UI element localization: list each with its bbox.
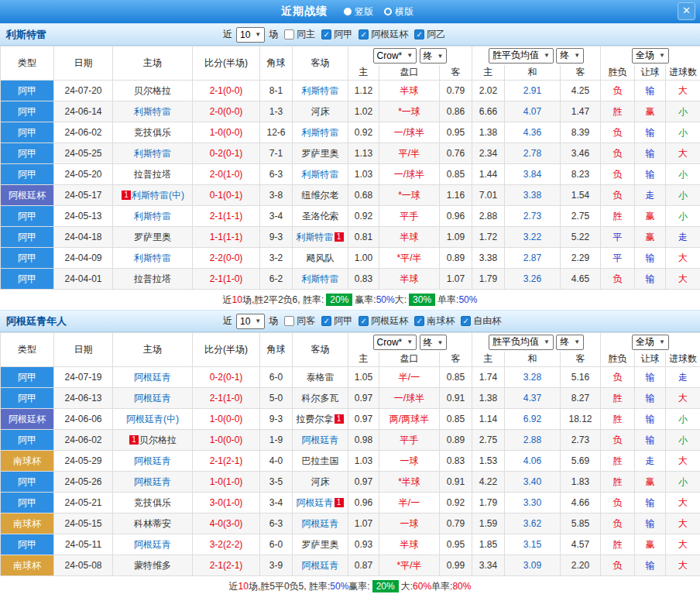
team-link[interactable]: 巴拉圭国: [302, 455, 339, 466]
score-cell[interactable]: 0-2(0-1): [193, 367, 260, 388]
result-cell: 胜: [601, 206, 635, 227]
summary-segment: 单率:: [431, 580, 452, 593]
team-link[interactable]: 圣洛伦索: [302, 211, 339, 222]
score-cell[interactable]: 1-0(0-0): [193, 122, 260, 143]
orientation-horizontal-radio[interactable]: 横版: [384, 5, 413, 19]
score-cell[interactable]: 2-1(2-1): [193, 555, 260, 576]
odds-company-select[interactable]: Crow*▼: [373, 335, 417, 350]
avg-type-select[interactable]: 胜平负均值▼: [489, 48, 554, 64]
odds-stage-select[interactable]: 终▼: [420, 48, 448, 64]
score-cell[interactable]: 1-0(0-0): [193, 430, 260, 451]
filter-checkbox-2[interactable]: ✓阿根廷杯: [359, 28, 408, 41]
team-link[interactable]: 阿根廷青(中): [126, 414, 179, 424]
filter-checkbox-4[interactable]: ✓自由杯: [461, 314, 501, 328]
team-link[interactable]: 阿根廷青: [134, 372, 171, 383]
corners-cell: 3-4: [260, 493, 293, 513]
odds-stage-select[interactable]: 终▼: [420, 335, 448, 350]
home-team-cell: 利斯特雷: [113, 101, 193, 122]
team-link[interactable]: 阿根廷青: [134, 455, 171, 466]
filter-checkbox-0[interactable]: 同主: [284, 28, 315, 41]
score-cell[interactable]: 2-1(1-0): [193, 269, 260, 290]
score-cell[interactable]: 3-0(1-0): [193, 493, 260, 513]
scope-select[interactable]: 全场▼: [632, 335, 669, 350]
score-cell[interactable]: 1-1(1-1): [193, 227, 260, 248]
score-cell[interactable]: 2-0(1-0): [193, 164, 260, 185]
filter-checkbox-1[interactable]: ✓阿甲: [321, 28, 352, 41]
team-link[interactable]: 阿根廷青: [302, 434, 339, 445]
team-link[interactable]: 拉普拉塔: [134, 273, 171, 284]
team-link[interactable]: 利斯特雷: [134, 106, 171, 117]
orientation-vertical-radio[interactable]: 竖版: [344, 5, 373, 19]
team-link[interactable]: 纽维尔老: [302, 190, 339, 201]
team-link[interactable]: 阿根廷青: [302, 560, 339, 571]
score-cell[interactable]: 4-0(3-0): [193, 513, 260, 534]
avg-stage-select[interactable]: 终▼: [556, 48, 584, 64]
result-cell: 平: [601, 248, 635, 269]
score-cell[interactable]: 2-2(0-0): [193, 248, 260, 269]
filter-checkbox-0[interactable]: 同客: [284, 314, 315, 328]
team-link[interactable]: 飓风队: [307, 252, 335, 263]
recent-count-select[interactable]: 10▼: [236, 314, 265, 329]
scope-select[interactable]: 全场▼: [632, 48, 669, 64]
team-link[interactable]: 罗萨里奥: [134, 232, 171, 242]
handicap-cell: 一球: [379, 451, 440, 472]
team-link[interactable]: 河床: [311, 106, 330, 117]
team-link[interactable]: 贝尔格拉: [134, 85, 171, 96]
team-link[interactable]: 贝尔格拉: [139, 434, 177, 445]
filter-checkbox-2[interactable]: ✓阿根廷杯: [359, 314, 408, 328]
team-link[interactable]: 竞技俱乐: [134, 127, 171, 138]
team-link[interactable]: 泰格雷: [307, 372, 335, 383]
team-link[interactable]: 阿根廷青: [302, 518, 339, 529]
close-button[interactable]: ✕: [678, 2, 695, 20]
team-link[interactable]: 利斯特雷: [134, 148, 171, 159]
score-cell[interactable]: 1-0(1-0): [193, 472, 260, 493]
score-cell[interactable]: 1-0(0-0): [193, 409, 260, 430]
filter-checkbox-3[interactable]: ✓南球杯: [414, 314, 455, 328]
team-link[interactable]: 河床: [311, 476, 330, 487]
team-link[interactable]: 利斯特雷: [297, 232, 334, 242]
team-link[interactable]: 罗萨里奥: [302, 539, 339, 550]
team-link[interactable]: 利斯特雷: [302, 273, 339, 284]
team-link[interactable]: 利斯特雷: [134, 211, 171, 222]
team-link[interactable]: 利斯特雷(中): [132, 190, 184, 201]
team-link[interactable]: 利斯特雷: [302, 169, 339, 180]
team-link[interactable]: 阿根廷青: [134, 393, 171, 404]
team-link[interactable]: 利斯特雷: [302, 85, 339, 96]
away-team-cell: 利斯特雷: [293, 122, 348, 143]
filter-bar: 近10▼场同客✓阿甲✓阿根廷杯✓南球杯✓自由杯: [223, 311, 501, 331]
team-link[interactable]: 阿根廷青: [134, 476, 171, 487]
odds-away-cell: 0.83: [440, 451, 472, 472]
score-cell[interactable]: 2-1(1-1): [193, 206, 260, 227]
date-cell: 24-05-25: [54, 143, 113, 164]
score-cell[interactable]: 2-0(0-0): [193, 101, 260, 122]
team-link[interactable]: 科尔多瓦: [302, 393, 339, 404]
filter-checkbox-1[interactable]: ✓阿甲: [321, 314, 352, 328]
odds-away-cell: 1.09: [440, 227, 472, 248]
score-cell[interactable]: 0-2(0-1): [193, 143, 260, 164]
team-link[interactable]: 拉普拉塔: [134, 169, 171, 180]
handicap-cell: 半球: [379, 269, 440, 290]
team-link[interactable]: 竞技俱乐: [134, 497, 171, 508]
col-header-avg-home: 主: [472, 352, 505, 367]
chevron-down-icon: ▼: [659, 52, 665, 59]
odds-company-select[interactable]: Crow*▼: [373, 48, 417, 64]
home-team-cell: 1贝尔格拉: [113, 430, 193, 451]
team-link[interactable]: 科林蒂安: [134, 518, 171, 529]
score-cell[interactable]: 2-1(1-0): [193, 388, 260, 409]
score-cell[interactable]: 3-2(2-2): [193, 534, 260, 555]
team-link[interactable]: 罗萨里奥: [302, 148, 339, 159]
team-link[interactable]: 拉费尔拿: [297, 414, 334, 424]
team-link[interactable]: 阿根廷青: [297, 497, 334, 508]
avg-stage-select[interactable]: 终▼: [556, 335, 584, 350]
score-cell[interactable]: 2-1(2-1): [193, 451, 260, 472]
avg-type-select[interactable]: 胜平负均值▼: [489, 335, 554, 350]
team-link[interactable]: 蒙特维多: [134, 560, 171, 571]
recent-count-select[interactable]: 10▼: [236, 27, 265, 43]
filter-checkbox-3[interactable]: ✓阿乙: [414, 28, 445, 41]
team-link[interactable]: 利斯特雷: [302, 127, 339, 138]
team-link[interactable]: 利斯特雷: [134, 252, 171, 263]
handicap-result-cell: 输: [635, 430, 666, 451]
team-link[interactable]: 阿根廷青: [134, 539, 171, 550]
score-cell[interactable]: 2-1(0-0): [193, 81, 260, 101]
score-cell[interactable]: 0-1(0-1): [193, 185, 260, 206]
